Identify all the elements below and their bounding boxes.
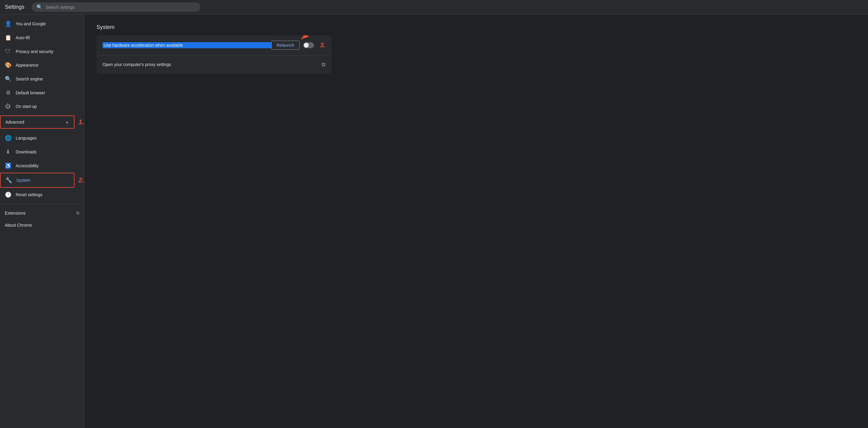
sidebar-label-system: System [16,178,30,183]
sidebar-label-appearance: Appearance [16,63,38,67]
sidebar-label-search-engine: Search engine [16,77,43,81]
startup-icon: ⏻ [5,103,11,110]
chevron-up-icon: ▲ [65,120,69,124]
hardware-accel-actions: Relaunch 3. [271,41,326,50]
settings-card: Use hardware acceleration when available… [96,35,332,73]
sidebar-item-appearance[interactable]: 🎨 Appearance [0,58,79,72]
autofill-icon: 📋 [5,34,11,41]
person-icon: 👤 [5,21,11,27]
extensions-label: Extensions [5,211,25,215]
sidebar-label-privacy-security: Privacy and security [16,49,53,54]
download-icon: ⬇ [5,149,11,155]
proxy-settings-row: Open your computer's proxy settings ⧉ [96,56,332,73]
sidebar-item-on-startup[interactable]: ⏻ On start-up [0,99,79,113]
advanced-label: Advanced [5,120,24,124]
globe-icon: 🌐 [5,135,11,141]
relaunch-button[interactable]: Relaunch [271,41,299,50]
section-title: System [96,24,856,30]
hardware-accel-row: Use hardware acceleration when available… [96,35,332,56]
sidebar: 👤 You and Google 📋 Auto-fill 🛡 Privacy a… [0,14,84,428]
sidebar-item-privacy-security[interactable]: 🛡 Privacy and security [0,44,79,58]
accessibility-icon: ♿ [5,162,11,169]
proxy-settings-label: Open your computer's proxy settings [102,62,321,67]
sidebar-label-default-browser: Default browser [16,90,45,95]
annotation-one: 1. [79,118,84,126]
toggle-thumb [304,43,309,48]
main-layout: 👤 You and Google 📋 Auto-fill 🛡 Privacy a… [0,14,868,428]
sidebar-label-auto-fill: Auto-fill [16,35,30,40]
sidebar-label-languages: Languages [16,135,36,141]
search-input[interactable] [45,5,195,10]
sidebar-item-auto-fill[interactable]: 📋 Auto-fill [0,31,79,44]
hardware-accel-label: Use hardware acceleration when available [102,42,271,48]
browser-icon: 🖥 [5,90,11,96]
annotation-two: 2. [79,176,84,184]
sidebar-item-languages[interactable]: 🌐 Languages [0,131,79,145]
sidebar-item-downloads[interactable]: ⬇ Downloads [0,145,79,159]
external-link-icon: ⧉ [76,210,79,215]
search-engine-icon: 🔍 [5,75,11,82]
reset-icon: 🕐 [5,191,11,198]
sidebar-label-reset-settings: Reset settings [16,192,42,197]
sidebar-extensions[interactable]: Extensions ⧉ [0,207,84,219]
sidebar-item-system[interactable]: 🔧 System [0,173,74,188]
proxy-external-link-icon[interactable]: ⧉ [321,61,326,68]
search-bar[interactable]: 🔍 [32,2,200,12]
annotation-three: 3. [320,41,326,49]
appearance-icon: 🎨 [5,62,11,68]
wrench-icon: 🔧 [5,177,11,184]
top-bar: Settings 🔍 [0,0,868,14]
sidebar-item-default-browser[interactable]: 🖥 Default browser [0,86,79,99]
sidebar-divider [0,204,84,204]
main-content: System Use hardware acceleration when av… [84,14,868,428]
sidebar-item-reset-settings[interactable]: 🕐 Reset settings [0,188,79,202]
proxy-settings-actions: ⧉ [321,61,326,68]
advanced-section-header[interactable]: Advanced ▲ [0,116,74,129]
sidebar-label-accessibility: Accessibility [16,163,38,168]
hardware-accel-toggle[interactable] [303,42,314,48]
sidebar-label-about-chrome: About Chrome [5,223,32,227]
sidebar-item-search-engine[interactable]: 🔍 Search engine [0,72,79,86]
toggle-track[interactable] [303,42,314,48]
sidebar-item-about-chrome[interactable]: About Chrome [0,219,79,231]
search-icon: 🔍 [36,4,42,10]
shield-icon: 🛡 [5,48,11,55]
sidebar-label-downloads: Downloads [16,150,36,154]
sidebar-label-you-and-google: You and Google [16,22,46,26]
sidebar-label-on-startup: On start-up [16,104,37,109]
sidebar-item-you-and-google[interactable]: 👤 You and Google [0,17,79,31]
page-title: Settings [5,4,24,10]
sidebar-item-accessibility[interactable]: ♿ Accessibility [0,159,79,173]
